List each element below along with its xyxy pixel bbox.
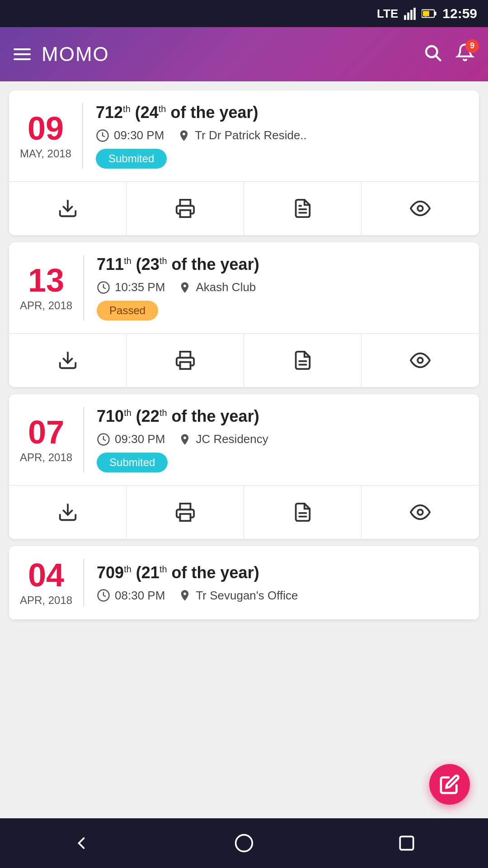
- card-3-download-button[interactable]: [9, 486, 127, 539]
- card-1-view-button[interactable]: [361, 182, 479, 235]
- menu-button[interactable]: [14, 48, 31, 60]
- svg-rect-3: [413, 8, 416, 20]
- card-3-actions: [9, 486, 479, 539]
- card-1-title: 712th (24th of the year): [96, 103, 468, 122]
- card-4: 04 APR, 2018 709th (21th of the year) 08…: [9, 546, 479, 620]
- card-3-info: 710th (22th of the year) 09:30 PM JC Res…: [97, 407, 468, 472]
- notification-badge: 9: [465, 39, 479, 53]
- card-2-location: Akash Club: [178, 280, 256, 294]
- card-2-view-button[interactable]: [361, 334, 479, 387]
- card-4-meta: 08:30 PM Tr Sevugan's Office: [97, 589, 468, 603]
- card-2-info: 711th (23th of the year) 10:35 PM Akash …: [97, 255, 468, 321]
- card-3-print-button[interactable]: [127, 486, 244, 539]
- app-title: MOMO: [42, 43, 412, 66]
- card-1-time: 09:30 PM: [96, 128, 164, 142]
- card-2-meta: 10:35 PM Akash Club: [97, 280, 468, 294]
- card-2-edit-button[interactable]: [244, 334, 361, 387]
- svg-line-9: [436, 56, 441, 60]
- card-4-title: 709th (21th of the year): [97, 563, 468, 582]
- svg-point-27: [418, 509, 423, 515]
- svg-point-15: [418, 206, 423, 211]
- header-actions: 9: [423, 43, 474, 66]
- card-4-date: 04 APR, 2018: [20, 559, 84, 607]
- card-1-print-button[interactable]: [127, 182, 244, 235]
- card-2-top: 13 APR, 2018 711th (23th of the year) 10…: [9, 242, 479, 334]
- card-2: 13 APR, 2018 711th (23th of the year) 10…: [9, 242, 479, 387]
- card-3: 07 APR, 2018 710th (22th of the year) 09…: [9, 394, 479, 539]
- card-4-time: 08:30 PM: [97, 589, 165, 603]
- app-header: MOMO 9: [0, 27, 488, 81]
- svg-rect-12: [180, 210, 190, 217]
- card-3-time: 09:30 PM: [97, 432, 165, 446]
- card-2-time: 10:35 PM: [97, 280, 165, 294]
- card-2-actions: [9, 334, 479, 387]
- signal-bars-icon: [404, 7, 416, 20]
- card-1: 09 MAY, 2018 712th (24th of the year) 09…: [9, 90, 479, 235]
- fab-edit-button[interactable]: [429, 764, 470, 805]
- card-4-top: 04 APR, 2018 709th (21th of the year) 08…: [9, 546, 479, 620]
- card-3-month-year: APR, 2018: [20, 451, 72, 464]
- card-3-edit-button[interactable]: [244, 486, 361, 539]
- svg-rect-2: [410, 10, 413, 20]
- search-button[interactable]: [423, 43, 442, 66]
- card-1-badge: Submited: [96, 149, 167, 169]
- lte-signal-icon: LTE: [377, 7, 398, 21]
- status-icons: LTE ⚡ 12:59: [377, 6, 477, 21]
- card-2-badge: Passed: [97, 301, 158, 321]
- card-1-meta: 09:30 PM Tr Dr Patrick Reside..: [96, 128, 468, 142]
- card-3-location: JC Residency: [178, 432, 268, 446]
- notification-button[interactable]: 9: [455, 43, 474, 66]
- svg-rect-5: [435, 12, 436, 16]
- card-2-print-button[interactable]: [127, 334, 244, 387]
- bottom-nav: [0, 818, 488, 868]
- back-button[interactable]: [63, 825, 99, 861]
- card-3-day: 07: [28, 416, 64, 448]
- card-2-title: 711th (23th of the year): [97, 255, 468, 274]
- status-bar: LTE ⚡ 12:59: [0, 0, 488, 27]
- recent-apps-button[interactable]: [389, 825, 425, 861]
- card-4-location: Tr Sevugan's Office: [178, 589, 298, 603]
- home-button[interactable]: [226, 825, 262, 861]
- svg-point-21: [418, 358, 423, 363]
- card-2-download-button[interactable]: [9, 334, 127, 387]
- card-1-month-year: MAY, 2018: [20, 147, 71, 160]
- card-3-view-button[interactable]: [361, 486, 479, 539]
- card-2-date: 13 APR, 2018: [20, 255, 84, 321]
- svg-rect-1: [407, 13, 409, 20]
- main-content: 09 MAY, 2018 712th (24th of the year) 09…: [0, 81, 488, 692]
- card-2-month-year: APR, 2018: [20, 299, 72, 312]
- card-1-top: 09 MAY, 2018 712th (24th of the year) 09…: [9, 90, 479, 182]
- card-1-download-button[interactable]: [9, 182, 127, 235]
- card-3-date: 07 APR, 2018: [20, 407, 84, 472]
- card-1-info: 712th (24th of the year) 09:30 PM Tr Dr …: [96, 103, 468, 169]
- card-2-day: 13: [28, 264, 64, 297]
- card-3-badge: Submited: [97, 453, 168, 472]
- card-3-meta: 09:30 PM JC Residency: [97, 432, 468, 446]
- card-1-edit-button[interactable]: [244, 182, 361, 235]
- svg-point-29: [236, 835, 253, 852]
- svg-rect-24: [180, 514, 190, 521]
- card-4-day: 04: [28, 559, 64, 591]
- card-1-location: Tr Dr Patrick Reside..: [178, 128, 307, 142]
- svg-rect-18: [180, 362, 190, 369]
- card-3-title: 710th (22th of the year): [97, 407, 468, 426]
- battery-icon: ⚡: [422, 7, 437, 20]
- card-4-info: 709th (21th of the year) 08:30 PM Tr Sev…: [97, 559, 468, 607]
- svg-rect-0: [404, 15, 406, 20]
- card-1-day: 09: [28, 112, 64, 145]
- time-display: 12:59: [442, 6, 477, 21]
- svg-text:⚡: ⚡: [424, 11, 431, 18]
- card-1-actions: [9, 182, 479, 235]
- card-3-top: 07 APR, 2018 710th (22th of the year) 09…: [9, 394, 479, 486]
- svg-rect-30: [400, 836, 413, 849]
- card-4-month-year: APR, 2018: [20, 594, 72, 607]
- card-1-date: 09 MAY, 2018: [20, 103, 83, 169]
